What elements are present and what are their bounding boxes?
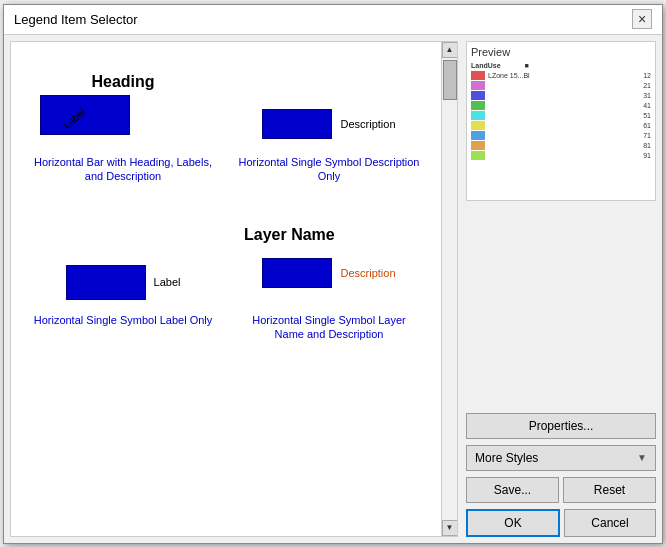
legend-item-single-desc-label: Horizontal Single Symbol Description Onl… [238, 155, 420, 184]
save-button[interactable]: Save... [466, 477, 559, 503]
main-content: Heading Label Horizontal Bar with Headin… [4, 35, 662, 543]
scrollbar: ▲ ▼ [441, 42, 457, 536]
single-label-blue-rect [66, 265, 146, 300]
legend-item-single-label[interactable]: Label Horizontal Single Symbol Label Onl… [25, 210, 221, 349]
scroll-down-arrow[interactable]: ▼ [442, 520, 458, 536]
right-buttons: Properties... More Styles ▼ Save... Rese… [466, 413, 656, 537]
legend-item-layer-desc-label: Horizontal Single Symbol Layer Name and … [238, 313, 420, 342]
scroll-thumb[interactable] [443, 60, 457, 100]
scroll-up-arrow[interactable]: ▲ [442, 42, 458, 58]
preview-box: Preview LandUse ■ LZone 15...Bl12 21 31 … [466, 41, 656, 201]
single-label-text: Label [154, 276, 181, 288]
legend-item-heading-label: Horizontal Bar with Heading, Labels, and… [32, 155, 214, 184]
legend-item-heading[interactable]: Heading Label Horizontal Bar with Headin… [25, 52, 221, 191]
legend-item-single-label-label: Horizontal Single Symbol Label Only [34, 313, 213, 327]
scroll-area: Heading Label Horizontal Bar with Headin… [11, 42, 441, 536]
legend-items-panel: Heading Label Horizontal Bar with Headin… [10, 41, 458, 537]
dialog-title: Legend Item Selector [14, 12, 138, 27]
more-styles-arrow-icon: ▼ [637, 452, 647, 463]
layer-desc-text: Description [340, 267, 395, 279]
preview-content: LZone 15...Bl12 21 31 41 51 61 71 81 91 [471, 71, 651, 160]
close-button[interactable]: × [632, 9, 652, 29]
right-panel: Preview LandUse ■ LZone 15...Bl12 21 31 … [462, 35, 662, 543]
heading-label: Heading [91, 73, 154, 91]
legend-item-single-desc[interactable]: Description Horizontal Single Symbol Des… [231, 52, 427, 191]
more-styles-button[interactable]: More Styles ▼ [466, 445, 656, 471]
reset-button[interactable]: Reset [563, 477, 656, 503]
single-desc-blue-rect [262, 109, 332, 139]
layer-name-text: Layer Name [244, 226, 335, 244]
ok-cancel-row: OK Cancel [466, 509, 656, 537]
cancel-button[interactable]: Cancel [564, 509, 656, 537]
layer-desc-blue-rect [262, 258, 332, 288]
legend-grid: Heading Label Horizontal Bar with Headin… [25, 52, 427, 349]
title-bar: Legend Item Selector × [4, 5, 662, 35]
properties-button[interactable]: Properties... [466, 413, 656, 439]
preview-title: Preview [471, 46, 651, 58]
single-desc-text: Description [340, 118, 395, 130]
save-reset-row: Save... Reset [466, 477, 656, 503]
dialog: Legend Item Selector × Heading Label [3, 4, 663, 544]
legend-item-layer-desc[interactable]: Layer Name Description Horizontal Single… [231, 210, 427, 349]
ok-button[interactable]: OK [466, 509, 560, 537]
